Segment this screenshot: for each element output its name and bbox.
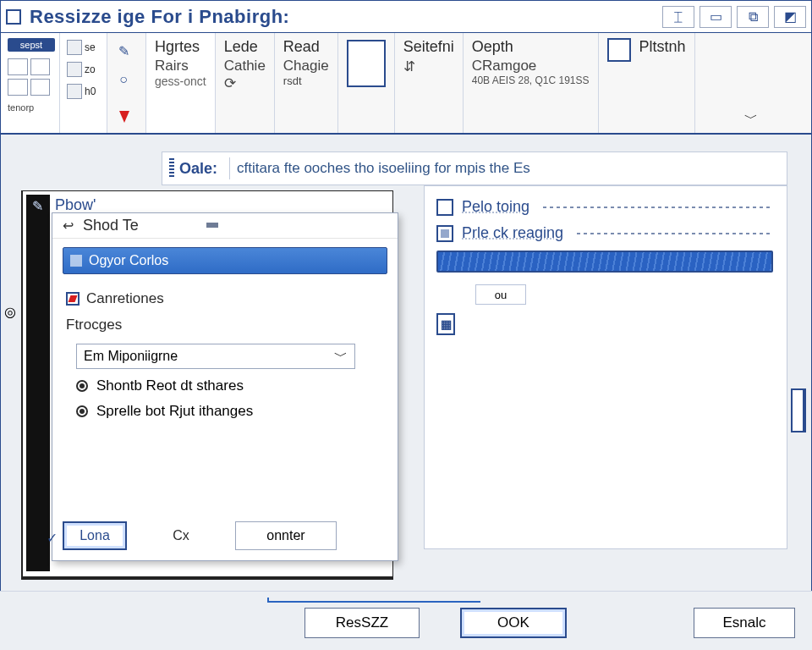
settings-dialog: ↩ Shod Te Ogyor Corlos Canretiones Ftroc… [52, 212, 398, 561]
block-icon[interactable]: ▦ [436, 313, 455, 335]
canvas-title: Pbow' [55, 196, 96, 214]
section-heading: Ftrocges [63, 311, 387, 337]
option-label: Prle ck reaging [462, 224, 563, 242]
list-item-selected[interactable]: Ogyor Corlos [63, 247, 387, 274]
radio-selected-icon[interactable] [76, 405, 88, 417]
ribbon-group-read[interactable]: Read Chagie rsdt [275, 33, 338, 133]
list-item-label: Ogyor Corlos [89, 253, 168, 268]
drag-handle-icon[interactable] [169, 158, 174, 179]
dialog-buttons: Lona Cx onnter [63, 521, 337, 550]
copy-icon [607, 38, 631, 62]
scroll-handle[interactable] [791, 388, 806, 432]
chevron-down-icon: ﹀ [744, 110, 758, 128]
pencil-icon[interactable]: ✎ [114, 41, 133, 60]
dialog-btn-long[interactable]: Lona [63, 521, 127, 550]
ribbon-mini-icon[interactable] [30, 58, 51, 75]
cancel-button[interactable]: Esnalc [694, 608, 795, 638]
option-label: Pelo toing [462, 198, 529, 216]
titlebar-btn-1[interactable]: ⌶ [662, 6, 694, 28]
formula-desc: cftitara fte ooches tho isoeliing for mp… [237, 160, 530, 177]
ribbon-col-2: ✎ ○ [107, 33, 146, 133]
ribbon: sepst tenorp se zo h0 ✎ ○ Hgrtes Rairs g… [1, 33, 811, 135]
bottom-bar: ResSZZ OOK Esnalc [0, 591, 812, 650]
titlebar-btn-2[interactable]: ▭ [700, 6, 732, 28]
doc-icon [6, 9, 21, 25]
list-item[interactable]: Canretiones [63, 286, 387, 311]
red-pointer-icon [119, 111, 129, 123]
ribbon-tab[interactable]: sepst [8, 38, 55, 52]
ribbon-group-oepth[interactable]: Oepth CRamgoe 40B AEIS 28, Q1C 191SS [464, 33, 599, 133]
ribbon-mini-icon[interactable] [8, 79, 28, 96]
ok-button[interactable]: OOK [460, 608, 567, 638]
titlebar-btn-4[interactable]: ◩ [774, 6, 806, 28]
formula-bar: Oale: cftitara fte ooches tho isoeliing … [162, 151, 787, 185]
dropdown[interactable]: Em Miponiigrne ﹀ [76, 344, 355, 369]
ribbon-mini-icon[interactable] [8, 58, 28, 75]
dialog-btn-ok[interactable]: Cx [149, 521, 213, 550]
ribbon-group-hgrtes[interactable]: Hgrtes Rairs gess-onct [146, 33, 216, 133]
ribbon-group-lede[interactable]: Lede Cathie ⟳ [216, 33, 275, 133]
ribbon-collapse[interactable]: ﹀ [695, 33, 811, 133]
drag-handle-icon[interactable] [206, 223, 218, 228]
titlebar-btn-3[interactable]: ⧉ [737, 6, 769, 28]
small-input[interactable]: ou [475, 284, 526, 305]
dialog-btn-onner[interactable]: onnter [235, 521, 337, 550]
ribbon-group-seitefni[interactable]: Seitefni ⇵ [395, 33, 464, 133]
ribbon-mini-icon[interactable] [30, 79, 51, 96]
divider [229, 157, 230, 179]
ribbon-small-btn[interactable]: h0 [67, 82, 100, 101]
ribbon-col0-label: tenorp [8, 102, 52, 113]
chevron-down-icon: ﹀ [334, 348, 348, 366]
radio-icon[interactable]: ○ [114, 70, 133, 89]
checkbox-iconed[interactable] [436, 225, 453, 242]
ribbon-group-iconblock[interactable] [338, 33, 395, 133]
options-pane: Pelo toing Prle ck reaging ou ▦ [424, 185, 787, 549]
dropdown-value: Em Miponiigrne [84, 349, 178, 364]
titlebar: Ressizze ige For i Pnabirgh: ⌶ ▭ ⧉ ◩ [1, 1, 811, 33]
resize-button[interactable]: ResSZZ [304, 608, 420, 638]
canvas-tool-strip: ✎ [26, 195, 50, 571]
page-stack-icon [347, 40, 386, 87]
dash-line [577, 233, 773, 234]
radio-label: Shontb Reot dt sthares [96, 377, 244, 394]
side-tool-button[interactable]: ◎ [4, 304, 16, 320]
check-icon: ✓ [44, 530, 59, 545]
list-item-label: Canretiones [86, 290, 164, 307]
selection-outline [267, 598, 480, 603]
dialog-body: Ogyor Corlos Canretiones Ftrocges Em Mip… [52, 239, 398, 428]
dialog-header[interactable]: ↩ Shod Te [52, 213, 398, 239]
ribbon-small-btn[interactable]: se [67, 38, 100, 57]
pen-icon[interactable]: ✎ [30, 198, 45, 213]
progress-bar [436, 251, 773, 273]
radio-selected-icon[interactable] [76, 380, 88, 392]
ribbon-col-0: sepst tenorp [1, 33, 60, 133]
back-arrow-icon[interactable]: ↩ [59, 218, 76, 234]
radio-label: Sprelle bot Rjut ithanges [96, 403, 253, 420]
window-title: Ressizze ige For i Pnabirgh: [30, 6, 289, 28]
option-row-2[interactable]: Prle ck reaging [436, 224, 773, 242]
ribbon-small-btn[interactable]: zo [67, 60, 100, 79]
app-window: Ressizze ige For i Pnabirgh: ⌶ ▭ ⧉ ◩ sep… [0, 0, 812, 650]
dialog-title: Shod Te [83, 217, 139, 234]
ribbon-col-1: se zo h0 [60, 33, 107, 133]
workspace: Oale: cftitara fte ooches tho isoeliing … [1, 135, 811, 590]
option-row-1[interactable]: Pelo toing [436, 198, 773, 216]
ribbon-group-pltstnh[interactable]: Pltstnh [599, 33, 695, 133]
checkbox-icon[interactable] [436, 199, 453, 216]
radio-option-2[interactable]: Sprelle bot Rjut ithanges [76, 403, 384, 420]
checkbox-checked-icon[interactable] [66, 292, 80, 306]
square-icon [70, 255, 82, 267]
formula-label: Oale: [179, 160, 217, 178]
dash-line [543, 207, 773, 208]
radio-option-1[interactable]: Shontb Reot dt sthares [76, 377, 384, 394]
